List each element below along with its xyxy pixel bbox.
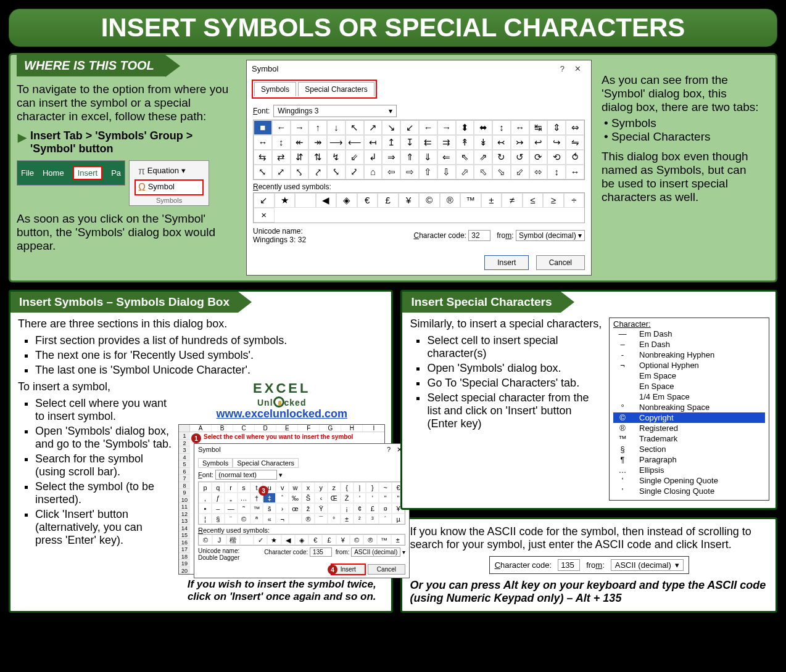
font-select[interactable]: Wingdings 3▾ xyxy=(273,105,397,117)
bullets-2: Select cell where you want to insert sym… xyxy=(35,397,172,547)
chevron-down-icon: ▾ xyxy=(389,107,392,115)
ascii-code-input[interactable]: 135 xyxy=(558,559,580,571)
tab-insert[interactable]: Insert xyxy=(73,166,103,180)
from-label: from: xyxy=(497,231,513,240)
caption: If you wish to insert the symbol twice, … xyxy=(178,578,385,603)
section-heading-where: WHERE IS THIS TOOL xyxy=(17,55,165,76)
from-select[interactable]: Symbol (decimal) ▾ xyxy=(516,230,585,241)
insert-button[interactable]: Insert xyxy=(484,255,529,270)
red-instruction: Select the cell where you want to insert… xyxy=(190,432,384,441)
ascii-p2: Or you can press Alt key on your keyboar… xyxy=(410,579,768,605)
mini-symbol-dialog: Symbol?✕ SymbolsSpecial Characters Font:… xyxy=(194,443,410,578)
code-input[interactable]: 32 xyxy=(468,230,490,241)
sp-p1: Similarly, to insert a special character… xyxy=(410,318,603,330)
website-link[interactable]: www.excelunlocked.com xyxy=(178,408,385,420)
ascii-p1: If you know the ASCII code for the symbo… xyxy=(410,525,768,551)
mini-cancel-button[interactable]: Cancel xyxy=(368,564,405,575)
p2: To insert a symbol, xyxy=(18,380,172,393)
recent-symbols[interactable]: ↙★◀◈€£¥©®™±≠≤≥÷× xyxy=(253,192,585,223)
right-after: This dialog box even though named as Sym… xyxy=(602,150,759,204)
char-list-header: Character: xyxy=(613,319,765,329)
cancel-button[interactable]: Cancel xyxy=(536,255,585,270)
dialog-tabs-highlight: Symbols Special Characters xyxy=(252,80,377,99)
group-label: Symbols xyxy=(134,197,204,204)
ascii-from-select[interactable]: ASCII (decimal)▾ xyxy=(611,559,684,571)
where-is-tool-section: WHERE IS THIS TOOL To navigate to the op… xyxy=(9,53,777,282)
symbol-button[interactable]: Ω Symbol xyxy=(134,179,204,195)
tab-symbols[interactable]: Symbols xyxy=(254,82,296,96)
section-heading-special: Insert Special Characters xyxy=(402,292,560,313)
symbol-dialog: Symbol ?✕ Symbols Special Characters Fon… xyxy=(246,60,592,276)
close-icon[interactable]: ✕ xyxy=(569,64,586,73)
tab-pa[interactable]: Pa xyxy=(111,168,121,178)
bullet-special: Special Characters xyxy=(611,130,711,143)
tab-file[interactable]: File xyxy=(21,168,34,178)
nav-path: Insert Tab > 'Symbols' Group > 'Symbol' … xyxy=(30,129,235,155)
p1: There are three sections in this dialog … xyxy=(18,318,385,330)
excel-ribbon-tabs: File Home Insert Pa xyxy=(17,160,125,186)
insert-symbols-panel: Insert Symbols – Symbols Dialog Box Ther… xyxy=(9,290,393,613)
mini-grid[interactable]: pqrstuvwxyz{|}~€‚ƒ„…†‡ˆ‰Š‹ŒŽ''""•–—˜™š›œ… xyxy=(198,481,405,525)
help-icon[interactable]: ? xyxy=(555,64,569,73)
character-list[interactable]: Character: —Em Dash–En Dash-Nonbreaking … xyxy=(609,318,769,501)
equation-button[interactable]: π Equation ▾ xyxy=(134,163,204,179)
bullets-3: Select cell to insert special character(… xyxy=(427,334,603,430)
ascii-code-box: Character code: 135 from: ASCII (decimal… xyxy=(489,556,689,574)
page-title: INSERT SYMBOLS OR SPECIAL CHARACTERS xyxy=(9,9,777,47)
recent-label: Recently used symbols: xyxy=(253,182,585,191)
tab-special-chars[interactable]: Special Characters xyxy=(298,82,374,96)
tab-home[interactable]: Home xyxy=(43,168,64,178)
font-label: Font: xyxy=(253,107,270,115)
mini-recent: ©Ј楷✓★◀◈€£¥©®™± xyxy=(198,534,405,546)
bullet-symbols: Symbols xyxy=(611,117,656,129)
symbols-group: π Equation ▾ Ω Symbol Symbols xyxy=(129,160,209,206)
insert-special-panel: Insert Special Characters Similarly, to … xyxy=(400,290,777,510)
badge-4: 4 xyxy=(328,565,337,575)
unicode-value: Wingdings 3: 32 xyxy=(253,236,306,244)
after-text: As soon as you click on the 'Symbol' but… xyxy=(17,212,235,253)
badge-1: 1 xyxy=(191,433,201,443)
logo: EXCEL Unlcked xyxy=(178,380,385,408)
bullets-1: First section provides a list of hundred… xyxy=(35,334,385,377)
right-intro: As you can see from the 'Symbol' dialog … xyxy=(602,73,759,114)
ascii-panel: If you know the ASCII code for the symbo… xyxy=(400,517,777,613)
dialog-title: Symbol xyxy=(252,64,278,73)
unicode-label: Unicode name: xyxy=(253,227,306,236)
symbol-grid[interactable]: ■←→↑↓↖↗↘↙←→⬍⬌↕↔↹⇕⇔↔↕↞↠⟶⟵↤↥↧⇇⇉↟↡↢↣↩↪⇋⇆⇄⇵⇅… xyxy=(253,120,585,180)
section-heading-symbols: Insert Symbols – Symbols Dialog Box xyxy=(10,292,238,313)
intro-text: To navigate to the option from where you… xyxy=(17,83,235,123)
code-label: Character code: xyxy=(414,231,466,240)
